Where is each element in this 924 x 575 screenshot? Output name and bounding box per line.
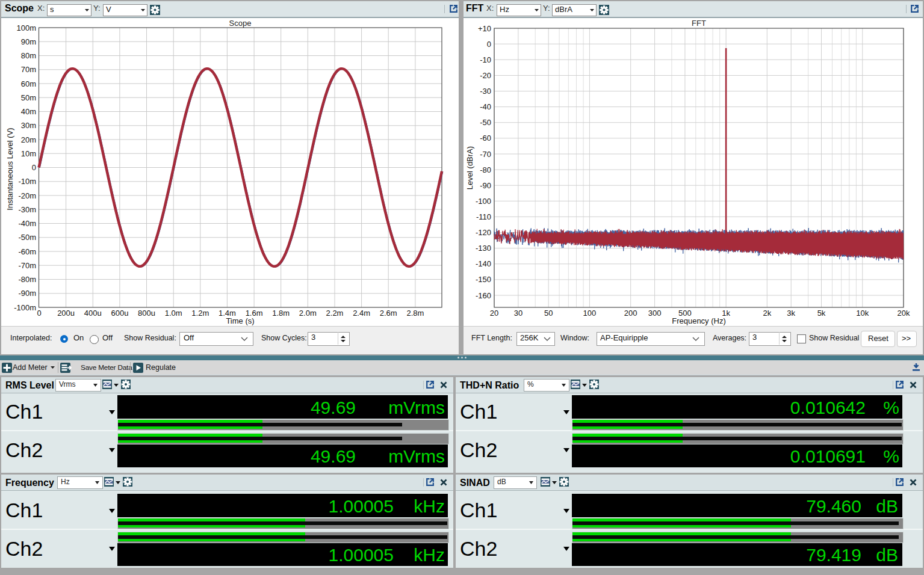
svg-text:1.2m: 1.2m [191, 309, 209, 318]
svg-text:-140: -140 [476, 259, 491, 268]
svg-text:-160: -160 [476, 291, 491, 300]
svg-text:80m: 80m [21, 51, 36, 60]
svg-text:10m: 10m [21, 149, 36, 158]
svg-text:40m: 40m [21, 107, 36, 116]
svg-text:Frequency (Hz): Frequency (Hz) [672, 316, 726, 325]
svg-text:800u: 800u [138, 309, 155, 318]
svg-text:-110: -110 [476, 212, 491, 221]
svg-text:30: 30 [514, 309, 522, 318]
svg-text:-40: -40 [480, 102, 491, 111]
svg-text:-70: -70 [480, 150, 491, 159]
svg-text:Instantaneous Level (V): Instantaneous Level (V) [5, 128, 14, 210]
svg-text:100m: 100m [16, 23, 36, 32]
svg-text:FFT: FFT [692, 19, 706, 28]
svg-text:Level (dBrA): Level (dBrA) [465, 146, 474, 189]
svg-text:20m: 20m [21, 135, 36, 144]
svg-text:300: 300 [648, 309, 662, 318]
svg-text:-40m: -40m [18, 219, 36, 228]
svg-text:+10: +10 [478, 24, 491, 33]
svg-text:50m: 50m [21, 93, 36, 102]
svg-text:200u: 200u [57, 309, 75, 318]
svg-text:90m: 90m [21, 37, 36, 46]
svg-text:1.8m: 1.8m [272, 309, 290, 318]
svg-text:3k: 3k [787, 309, 795, 318]
svg-text:2.8m: 2.8m [406, 309, 424, 318]
svg-text:1.0m: 1.0m [165, 309, 182, 318]
svg-text:50: 50 [544, 309, 553, 318]
svg-text:Time (s): Time (s) [226, 316, 254, 325]
svg-text:-20: -20 [480, 71, 491, 80]
svg-text:600u: 600u [111, 309, 128, 318]
svg-text:-10m: -10m [18, 177, 36, 186]
svg-text:-70m: -70m [18, 261, 36, 270]
svg-text:-20m: -20m [18, 191, 36, 200]
svg-text:-100: -100 [476, 197, 491, 206]
svg-text:20k: 20k [898, 309, 910, 318]
svg-text:0: 0 [37, 309, 41, 318]
svg-text:-50m: -50m [18, 233, 36, 242]
svg-text:100: 100 [583, 309, 597, 318]
svg-text:400u: 400u [84, 309, 102, 318]
svg-text:2.2m: 2.2m [326, 309, 344, 318]
svg-text:0: 0 [487, 40, 491, 49]
svg-text:0: 0 [32, 163, 36, 172]
svg-text:-60m: -60m [18, 247, 36, 256]
svg-text:-80: -80 [480, 165, 491, 174]
svg-text:-80m: -80m [18, 275, 36, 284]
svg-text:-100m: -100m [14, 303, 36, 312]
svg-text:2.4m: 2.4m [353, 309, 370, 318]
svg-text:-10: -10 [480, 55, 491, 64]
svg-text:200: 200 [624, 309, 637, 318]
svg-text:-30m: -30m [18, 205, 36, 214]
svg-text:60m: 60m [21, 79, 36, 88]
svg-text:-130: -130 [476, 244, 491, 253]
svg-text:2.0m: 2.0m [299, 309, 317, 318]
svg-text:Scope: Scope [229, 19, 252, 28]
svg-text:-30: -30 [480, 87, 491, 96]
svg-text:-50: -50 [480, 118, 491, 127]
svg-text:-120: -120 [476, 228, 491, 237]
svg-text:-90: -90 [480, 181, 491, 190]
svg-text:-90m: -90m [18, 289, 36, 298]
svg-text:2k: 2k [763, 309, 771, 318]
svg-text:10k: 10k [856, 309, 869, 318]
svg-text:2.6m: 2.6m [380, 309, 397, 318]
svg-text:-150: -150 [476, 275, 491, 284]
svg-text:5k: 5k [817, 309, 826, 318]
svg-text:70m: 70m [21, 65, 36, 74]
svg-text:30m: 30m [21, 121, 36, 130]
svg-text:-60: -60 [480, 134, 491, 143]
svg-text:20: 20 [490, 309, 498, 318]
